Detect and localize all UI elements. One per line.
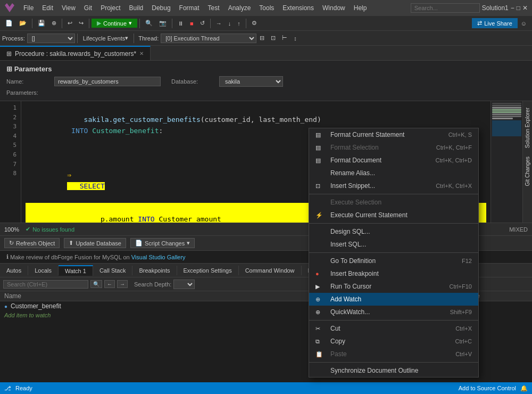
undo-btn[interactable]: ↩ bbox=[64, 19, 76, 28]
git-changes-label[interactable]: Git Changes bbox=[523, 152, 531, 191]
tab-watch1[interactable]: Watch 1 bbox=[59, 265, 93, 276]
process-select[interactable]: [] bbox=[27, 34, 75, 43]
source-control-btn[interactable]: Add to Source Control bbox=[459, 385, 516, 391]
menu-format[interactable]: Format bbox=[175, 3, 204, 13]
ctx-execute-current[interactable]: ⚡ Execute Current Statement bbox=[309, 209, 478, 221]
live-share-icon: ⇄ bbox=[477, 20, 482, 27]
dropdown-arrow-icon[interactable]: ▾ bbox=[187, 240, 190, 247]
debug-sep-2 bbox=[134, 34, 134, 43]
tab-command[interactable]: Command Window bbox=[239, 266, 302, 275]
ctx-insert-sql[interactable]: Insert SQL... bbox=[309, 238, 478, 251]
menu-edit[interactable]: Edit bbox=[38, 3, 57, 13]
threads-btn[interactable]: ⚙ bbox=[248, 19, 260, 28]
ctx-insert-snippet[interactable]: ⊡ Insert Snippet... Ctrl+K, Ctrl+X bbox=[309, 179, 478, 192]
minimize-button[interactable]: − bbox=[511, 4, 514, 12]
menu-project[interactable]: Project bbox=[96, 3, 124, 13]
ctx-sync-outline[interactable]: Synchronize Document Outline bbox=[309, 364, 478, 377]
mixed-label: MIXED bbox=[509, 226, 528, 233]
name-row: Name: Database: sakila bbox=[6, 76, 526, 87]
ctx-insert-breakpoint[interactable]: ● Insert Breakpoint bbox=[309, 267, 478, 280]
ctx-design-sql[interactable]: Design SQL... bbox=[309, 225, 478, 238]
ctx-cut[interactable]: ✂ Cut Ctrl+X bbox=[309, 322, 478, 335]
stop-btn[interactable]: ■ bbox=[187, 19, 197, 28]
watch-search-button[interactable]: 🔍 bbox=[90, 280, 102, 288]
live-share-button[interactable]: ⇄ Live Share bbox=[472, 18, 518, 28]
solution-explorer-label[interactable]: Solution Explorer bbox=[523, 103, 531, 152]
toolbar-sep-2 bbox=[62, 19, 62, 28]
refresh-object-button[interactable]: ↻ Refresh Object bbox=[4, 238, 60, 248]
tab-close-btn[interactable]: ✕ bbox=[139, 51, 144, 56]
ctx-run-to-cursor-shortcut: Ctrl+F10 bbox=[450, 283, 472, 290]
ctx-quickwatch[interactable]: ⊕ QuickWatch... Shift+F9 bbox=[309, 306, 478, 318]
restart-btn[interactable]: ↺ bbox=[197, 19, 208, 28]
thread-nav-btn[interactable]: ⊡ bbox=[268, 34, 279, 43]
step-into-btn[interactable]: ↓ bbox=[225, 19, 235, 28]
ctx-insert-breakpoint-label: Insert Breakpoint bbox=[330, 270, 472, 277]
open-file-btn[interactable]: 📂 bbox=[16, 19, 30, 28]
tab-breakpoints[interactable]: Breakpoints bbox=[132, 266, 177, 275]
save-all-btn[interactable]: ⊕ bbox=[48, 19, 60, 28]
save-btn[interactable]: 💾 bbox=[35, 19, 48, 28]
menu-tools[interactable]: Tools bbox=[255, 3, 278, 13]
ctx-format-selection[interactable]: ▤ Format Selection Ctrl+K, Ctrl+F bbox=[309, 141, 478, 154]
thread-nav2-btn[interactable]: ⊢ bbox=[279, 34, 290, 43]
ctx-add-watch-label: Add Watch bbox=[330, 296, 472, 303]
menu-file[interactable]: File bbox=[19, 3, 38, 13]
menu-analyze[interactable]: Analyze bbox=[224, 3, 255, 13]
ctx-copy-label: Copy bbox=[330, 338, 451, 345]
tab-callstack[interactable]: Call Stack bbox=[93, 266, 133, 275]
ctx-add-watch[interactable]: ⊕ Add Watch bbox=[309, 293, 478, 306]
menu-view[interactable]: View bbox=[57, 3, 80, 13]
ctx-copy[interactable]: ⧉ Copy Ctrl+C bbox=[309, 335, 478, 348]
continue-button[interactable]: ▶ Continue ▾ bbox=[92, 19, 137, 28]
procedure-tab[interactable]: ⊞ Procedure : sakila.rewards_by_customer… bbox=[0, 46, 151, 60]
watch-prev-btn[interactable]: ← bbox=[104, 280, 115, 288]
notification-link[interactable]: Visual Studio Gallery bbox=[131, 254, 186, 260]
menu-test[interactable]: Test bbox=[204, 3, 224, 13]
redo-btn[interactable]: ↪ bbox=[76, 19, 87, 28]
ctx-rename-alias[interactable]: Rename Alias... bbox=[309, 167, 478, 179]
camera-icon[interactable]: 📷 bbox=[156, 19, 170, 28]
menu-build[interactable]: Build bbox=[125, 3, 148, 13]
script-changes-button[interactable]: 📄 Script Changes ▾ bbox=[130, 238, 195, 248]
ctx-design-sql-label: Design SQL... bbox=[330, 228, 472, 235]
refresh-icon: ↻ bbox=[9, 240, 14, 247]
ctx-format-document[interactable]: ▤ Format Document Ctrl+K, Ctrl+D bbox=[309, 154, 478, 167]
name-input[interactable] bbox=[54, 77, 161, 86]
pause-btn[interactable]: ⏸ bbox=[174, 19, 187, 28]
maximize-button[interactable]: □ bbox=[517, 4, 520, 12]
database-select[interactable]: sakila bbox=[219, 76, 283, 87]
thread-down-btn[interactable]: ↕ bbox=[290, 34, 300, 43]
watch-next-btn[interactable]: → bbox=[117, 280, 128, 288]
menu-debug[interactable]: Debug bbox=[147, 3, 174, 13]
global-search-input[interactable] bbox=[411, 3, 480, 13]
tab-exception[interactable]: Exception Settings bbox=[177, 266, 239, 275]
ctx-execute-selection[interactable]: Execute Selection bbox=[309, 196, 478, 209]
ctx-go-to-def[interactable]: Go To Definition F12 bbox=[309, 255, 478, 267]
ctx-format-current[interactable]: ▤ Format Current Statement Ctrl+K, S bbox=[309, 128, 478, 141]
watch-search-input[interactable] bbox=[3, 280, 88, 289]
thread-select[interactable]: [0] Execution Thread bbox=[161, 34, 256, 43]
menu-extensions[interactable]: Extensions bbox=[278, 3, 318, 13]
ctx-run-to-cursor[interactable]: ▶ Run To Cursor Ctrl+F10 bbox=[309, 280, 478, 293]
step-over-btn[interactable]: → bbox=[213, 19, 225, 28]
minimap-line bbox=[492, 107, 521, 109]
search-depth-select[interactable] bbox=[173, 280, 195, 289]
step-out-btn[interactable]: ↑ bbox=[234, 19, 244, 28]
status-left: ⎇ Ready bbox=[4, 385, 32, 392]
ctx-paste[interactable]: 📋 Paste Ctrl+V bbox=[309, 348, 478, 360]
feedback-icon[interactable]: ☺ bbox=[518, 19, 530, 28]
tab-title: Procedure : sakila.rewards_by_customers* bbox=[15, 50, 136, 58]
filter-icon[interactable]: ⊟ bbox=[256, 34, 268, 43]
tab-locals[interactable]: Locals bbox=[28, 266, 59, 275]
menu-git[interactable]: Git bbox=[80, 3, 96, 13]
search-icon[interactable]: 🔍 bbox=[142, 19, 156, 28]
lifecycle-events-btn[interactable]: Lifecycle Events ▾ bbox=[80, 34, 131, 43]
tab-autos[interactable]: Autos bbox=[0, 266, 28, 275]
new-file-btn[interactable]: 📄 bbox=[2, 19, 16, 28]
minimap-content bbox=[491, 101, 522, 137]
menu-window[interactable]: Window bbox=[318, 3, 350, 13]
close-button[interactable]: ✕ bbox=[522, 4, 528, 12]
update-database-button[interactable]: ⬆ Update Database bbox=[64, 238, 126, 248]
menu-help[interactable]: Help bbox=[350, 3, 371, 13]
